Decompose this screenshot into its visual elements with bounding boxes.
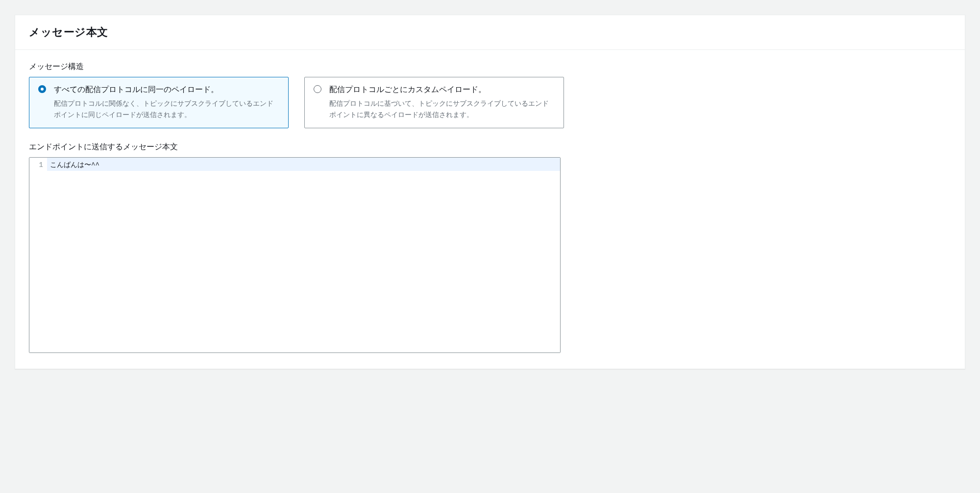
message-structure-radio-group: すべての配信プロトコルに同一のペイロード。 配信プロトコルに関係なく、トピックに… bbox=[29, 77, 951, 128]
radio-identical-description: 配信プロトコルに関係なく、トピックにサブスクライブしているエンドポイントに同じペ… bbox=[54, 98, 279, 120]
radio-custom-description: 配信プロトコルに基づいて、トピックにサブスクライブしているエンドポイントに異なる… bbox=[329, 98, 555, 120]
message-body-editor[interactable]: 1 こんばんは〜^^ bbox=[29, 157, 561, 353]
radio-indicator-icon bbox=[38, 85, 46, 93]
radio-identical-payload[interactable]: すべての配信プロトコルに同一のペイロード。 配信プロトコルに関係なく、トピックに… bbox=[29, 77, 289, 128]
editor-content[interactable]: こんばんは〜^^ bbox=[47, 158, 560, 352]
radio-custom-payload[interactable]: 配信プロトコルごとにカスタムペイロード。 配信プロトコルに基づいて、トピックにサ… bbox=[304, 77, 564, 128]
message-body-label: エンドポイントに送信するメッセージ本文 bbox=[29, 142, 951, 152]
panel-title: メッセージ本文 bbox=[29, 25, 951, 40]
radio-indicator-icon bbox=[314, 85, 321, 93]
message-body-panel: メッセージ本文 メッセージ構造 すべての配信プロトコルに同一のペイロード。 配信… bbox=[15, 15, 965, 369]
panel-header: メッセージ本文 bbox=[15, 15, 965, 50]
radio-custom-title: 配信プロトコルごとにカスタムペイロード。 bbox=[329, 84, 555, 95]
radio-identical-title: すべての配信プロトコルに同一のペイロード。 bbox=[54, 84, 279, 95]
editor-gutter: 1 bbox=[29, 158, 47, 352]
panel-body: メッセージ構造 すべての配信プロトコルに同一のペイロード。 配信プロトコルに関係… bbox=[15, 50, 965, 369]
line-number: 1 bbox=[31, 160, 43, 170]
message-structure-label: メッセージ構造 bbox=[29, 62, 951, 72]
